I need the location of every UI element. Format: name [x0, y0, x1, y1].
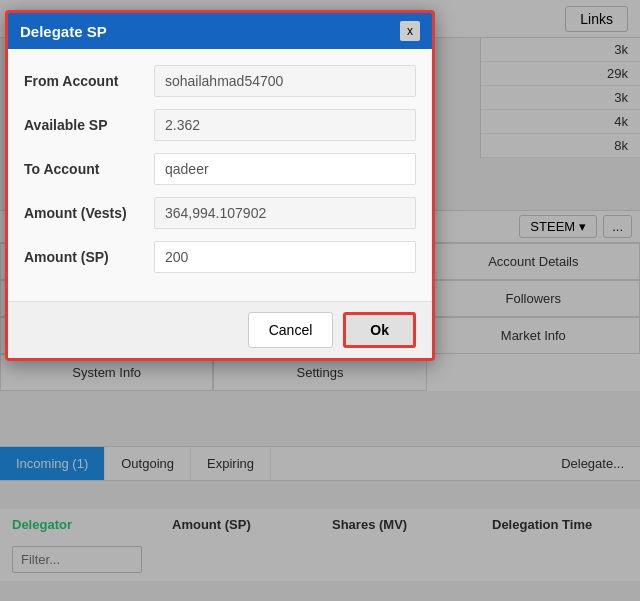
from-account-label: From Account [24, 73, 154, 89]
available-sp-row: Available SP [24, 109, 416, 141]
available-sp-input[interactable] [154, 109, 416, 141]
dialog-body: From Account Available SP To Account Amo… [8, 49, 432, 301]
amount-vests-input[interactable] [154, 197, 416, 229]
amount-vests-label: Amount (Vests) [24, 205, 154, 221]
amount-vests-row: Amount (Vests) [24, 197, 416, 229]
to-account-row: To Account [24, 153, 416, 185]
dialog-close-button[interactable]: x [400, 21, 420, 41]
dialog-title: Delegate SP [20, 23, 107, 40]
amount-sp-row: Amount (SP) [24, 241, 416, 273]
to-account-label: To Account [24, 161, 154, 177]
from-account-input[interactable] [154, 65, 416, 97]
delegate-sp-dialog: Delegate SP x From Account Available SP … [5, 10, 435, 361]
dialog-header: Delegate SP x [8, 13, 432, 49]
available-sp-label: Available SP [24, 117, 154, 133]
to-account-input[interactable] [154, 153, 416, 185]
amount-sp-input[interactable] [154, 241, 416, 273]
dialog-footer: Cancel Ok [8, 301, 432, 358]
amount-sp-label: Amount (SP) [24, 249, 154, 265]
from-account-row: From Account [24, 65, 416, 97]
ok-button[interactable]: Ok [343, 312, 416, 348]
cancel-button[interactable]: Cancel [248, 312, 334, 348]
